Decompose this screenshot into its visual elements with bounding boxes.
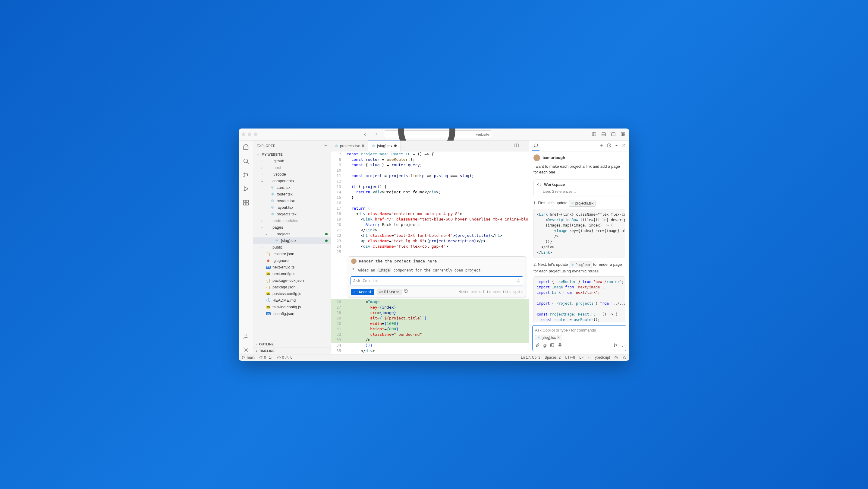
tree-file[interactable]: ◆.gitignore xyxy=(253,257,331,264)
tree-file[interactable]: ⚛[slug].tsx xyxy=(253,237,331,244)
split-editor-icon[interactable] xyxy=(514,143,519,149)
references-toggle[interactable]: Used 2 references ⌄ xyxy=(534,190,625,196)
inline-chat-input[interactable]: Ask Copilot xyxy=(350,276,523,285)
code-line[interactable]: 22 <h1 className="text-3xl font-bold mb-… xyxy=(331,233,529,238)
code-line[interactable]: 12 xyxy=(331,179,529,184)
code-line[interactable]: 19 <Link href="/" className="text-blue-6… xyxy=(331,217,529,222)
chat-input[interactable]: Ask Copilot or type / for commands ⚛ [sl… xyxy=(532,325,626,351)
branch-indicator[interactable]: main xyxy=(242,355,255,359)
code-line[interactable]: 15 } xyxy=(331,195,529,200)
code-line[interactable]: 30 width={1600} xyxy=(331,321,529,326)
encoding[interactable]: UTF-8 xyxy=(565,355,575,359)
extensions-icon[interactable] xyxy=(242,199,250,207)
code-line[interactable]: 10 xyxy=(331,168,529,173)
account-icon[interactable] xyxy=(242,332,250,340)
cursor-position[interactable]: Ln 17, Col 3 xyxy=(521,355,540,359)
code-line[interactable]: 25 xyxy=(331,249,529,255)
code-line[interactable]: 27 key={index} xyxy=(331,305,529,310)
search-icon[interactable] xyxy=(242,157,250,165)
context-chip[interactable]: ⚛ [slug].tsx ✕ xyxy=(535,335,562,340)
debug-icon[interactable] xyxy=(242,184,250,193)
mic-icon[interactable] xyxy=(558,343,562,348)
tree-file[interactable]: ⚛header.tsx xyxy=(253,198,331,204)
tree-file[interactable]: { }package.json xyxy=(253,284,331,290)
root-folder[interactable]: ⌄ MY-WEBSITE xyxy=(253,151,331,158)
attach-icon[interactable] xyxy=(535,343,540,348)
editor-tab[interactable]: ⚛projects.tsx xyxy=(331,141,368,151)
files-icon[interactable] xyxy=(242,143,250,151)
tree-folder[interactable]: ⌄pages xyxy=(253,224,331,231)
gear-icon[interactable] xyxy=(242,346,250,354)
tree-file[interactable]: JStailwind.config.js xyxy=(253,304,331,310)
panel-right-icon[interactable] xyxy=(610,131,617,138)
nav-forward-button[interactable] xyxy=(372,131,381,138)
tree-file[interactable]: ⚛projects.tsx xyxy=(253,211,331,218)
code-line[interactable]: 11 const project = projects.find(p => p.… xyxy=(331,173,529,179)
editor-more-icon[interactable]: ⋯ xyxy=(522,144,526,148)
minimize-dot[interactable] xyxy=(248,133,251,136)
code-line[interactable]: 9 const { slug } = router.query; xyxy=(331,162,529,168)
close-dot[interactable] xyxy=(242,133,245,136)
code-line[interactable]: 31 height={800} xyxy=(331,326,529,332)
panel-bottom-icon[interactable] xyxy=(600,131,607,138)
code-line[interactable]: 13 if (!project) { xyxy=(331,184,529,190)
tree-folder[interactable]: ›.next xyxy=(253,165,331,171)
tree-file[interactable]: ⚛footer.tsx xyxy=(253,191,331,198)
code-line[interactable]: 32 className="rounded-md" xyxy=(331,332,529,337)
section-timeline[interactable]: ›TIMELINE xyxy=(253,347,331,354)
tree-file[interactable]: JSnext.config.js xyxy=(253,270,331,277)
tree-file[interactable]: ⚛card.tsx xyxy=(253,184,331,191)
chat-tab-icon[interactable] xyxy=(532,141,539,150)
code-line[interactable]: 34 ))} xyxy=(331,343,529,348)
tree-file[interactable]: TSnext-env.d.ts xyxy=(253,264,331,270)
inline-more-icon[interactable]: ⋯ xyxy=(411,289,413,295)
regenerate-icon[interactable] xyxy=(404,289,408,295)
mic-icon[interactable] xyxy=(516,279,521,283)
tree-folder[interactable]: ›.vscode xyxy=(253,171,331,178)
code-line[interactable]: 28 src={image} xyxy=(331,310,529,316)
code-line[interactable]: 14 return <div>Project not found</div>; xyxy=(331,190,529,195)
remove-chip-icon[interactable]: ✕ xyxy=(557,336,560,340)
accept-button[interactable]: ⌘↩ Accept xyxy=(351,289,374,295)
code-line[interactable]: 29 alt={`${project.title}`} xyxy=(331,316,529,321)
send-icon[interactable] xyxy=(613,343,618,348)
tree-folder[interactable]: ›public xyxy=(253,244,331,251)
code-line[interactable]: 26 <Image xyxy=(331,299,529,305)
code-line[interactable]: 35 </div> xyxy=(331,348,529,353)
tree-folder[interactable]: ›.github xyxy=(253,158,331,165)
section-outline[interactable]: ›OUTLINE xyxy=(253,341,331,347)
tree-folder[interactable]: ⌄components xyxy=(253,178,331,184)
layout-grid-icon[interactable] xyxy=(620,131,626,138)
code-editor[interactable]: 7const ProjectPage: React.FC = () => {8 … xyxy=(331,151,529,354)
code-line[interactable]: 20 &larr; Back to projects xyxy=(331,222,529,227)
editor-tab[interactable]: ⚛[slug].tsx xyxy=(368,141,401,151)
code-line[interactable]: 33 /> xyxy=(331,337,529,343)
mention-icon[interactable]: @ xyxy=(543,343,547,348)
feedback-icon[interactable] xyxy=(614,356,618,359)
discard-button[interactable]: ⌘⌫ Discard xyxy=(377,289,402,295)
indentation[interactable]: Spaces: 2 xyxy=(545,355,561,359)
send-options-icon[interactable]: ⌄ xyxy=(621,344,624,347)
code-line[interactable]: 17 return ( xyxy=(331,206,529,211)
git-icon[interactable] xyxy=(242,171,250,179)
tree-file[interactable]: { }.eslintrc.json xyxy=(253,251,331,257)
snippets-icon[interactable] xyxy=(550,343,555,348)
code-line[interactable]: 7const ProjectPage: React.FC = () => { xyxy=(331,151,529,157)
panel-left-icon[interactable] xyxy=(591,131,597,138)
problems-indicator[interactable]: 0 0 xyxy=(277,355,292,359)
command-center[interactable]: website xyxy=(384,130,492,138)
code-line[interactable]: 16 xyxy=(331,200,529,206)
history-icon[interactable] xyxy=(607,143,612,149)
tree-folder[interactable]: ›node_modules xyxy=(253,218,331,224)
code-line[interactable]: 21 </Link> xyxy=(331,227,529,233)
file-chip[interactable]: ⚛ [slug].tsx xyxy=(569,262,592,268)
nav-back-button[interactable] xyxy=(361,131,369,138)
sync-indicator[interactable]: 0↓ 1↑ xyxy=(259,355,273,359)
tree-file[interactable]: ⓘREADME.md xyxy=(253,297,331,304)
file-chip[interactable]: ⚛ projects.tsx xyxy=(569,200,596,207)
panel-close-icon[interactable] xyxy=(621,143,626,149)
code-line[interactable]: 24 <div className="flex flex-col gap-4"> xyxy=(331,244,529,249)
new-chat-icon[interactable] xyxy=(599,143,604,149)
bell-icon[interactable] xyxy=(622,356,626,359)
tree-file[interactable]: ⚛layout.tsx xyxy=(253,204,331,211)
